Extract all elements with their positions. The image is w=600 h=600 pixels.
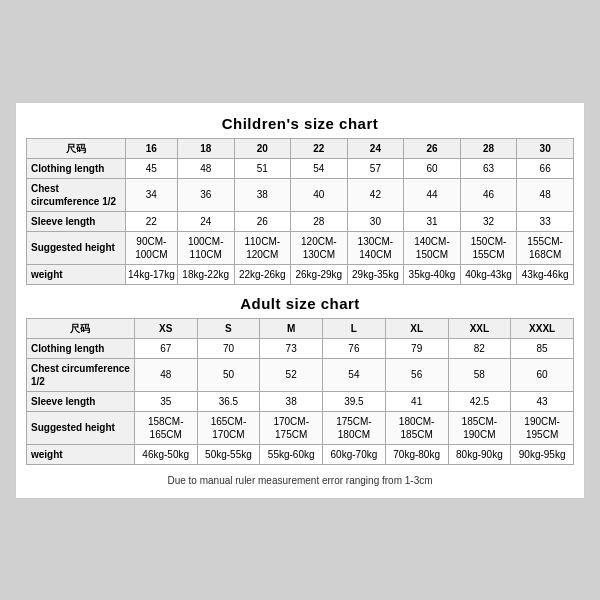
- col-header-size: 16: [125, 138, 177, 158]
- cell-value: 50kg-55kg: [197, 444, 260, 464]
- table-row: weight46kg-50kg50kg-55kg55kg-60kg60kg-70…: [27, 444, 574, 464]
- cell-value: 80kg-90kg: [448, 444, 511, 464]
- col-header-size: M: [260, 318, 323, 338]
- cell-value: 38: [260, 391, 323, 411]
- cell-value: 57: [347, 158, 404, 178]
- cell-value: 18kg-22kg: [177, 264, 234, 284]
- cell-value: 40kg-43kg: [460, 264, 517, 284]
- row-label: Chest circumference 1/2: [27, 358, 135, 391]
- cell-value: 170CM-175CM: [260, 411, 323, 444]
- table-row: Clothing length67707376798285: [27, 338, 574, 358]
- cell-value: 34: [125, 178, 177, 211]
- cell-value: 63: [460, 158, 517, 178]
- cell-value: 36.5: [197, 391, 260, 411]
- table-row: Chest circumference 1/23436384042444648: [27, 178, 574, 211]
- row-label: Chest circumference 1/2: [27, 178, 126, 211]
- cell-value: 140CM-150CM: [404, 231, 461, 264]
- cell-value: 73: [260, 338, 323, 358]
- cell-value: 45: [125, 158, 177, 178]
- cell-value: 60kg-70kg: [323, 444, 386, 464]
- col-header-size: XS: [134, 318, 197, 338]
- row-label: Clothing length: [27, 338, 135, 358]
- children-chart-title: Children's size chart: [26, 115, 574, 132]
- col-header-size: L: [323, 318, 386, 338]
- cell-value: 24: [177, 211, 234, 231]
- row-label: weight: [27, 444, 135, 464]
- cell-value: 130CM-140CM: [347, 231, 404, 264]
- cell-value: 56: [385, 358, 448, 391]
- cell-value: 66: [517, 158, 574, 178]
- cell-value: 46kg-50kg: [134, 444, 197, 464]
- cell-value: 150CM-155CM: [460, 231, 517, 264]
- col-header-size: 30: [517, 138, 574, 158]
- cell-value: 185CM-190CM: [448, 411, 511, 444]
- cell-value: 180CM-185CM: [385, 411, 448, 444]
- cell-value: 110CM-120CM: [234, 231, 291, 264]
- cell-value: 43: [511, 391, 574, 411]
- cell-value: 52: [260, 358, 323, 391]
- col-header-size: XL: [385, 318, 448, 338]
- cell-value: 79: [385, 338, 448, 358]
- cell-value: 14kg-17kg: [125, 264, 177, 284]
- cell-value: 35kg-40kg: [404, 264, 461, 284]
- row-label: Suggested height: [27, 231, 126, 264]
- cell-value: 90CM-100CM: [125, 231, 177, 264]
- cell-value: 90kg-95kg: [511, 444, 574, 464]
- cell-value: 55kg-60kg: [260, 444, 323, 464]
- cell-value: 43kg-46kg: [517, 264, 574, 284]
- cell-value: 100CM-110CM: [177, 231, 234, 264]
- cell-value: 22kg-26kg: [234, 264, 291, 284]
- cell-value: 158CM-165CM: [134, 411, 197, 444]
- adult-chart-title: Adult size chart: [26, 295, 574, 312]
- children-size-table: 尺码1618202224262830 Clothing length454851…: [26, 138, 574, 285]
- row-label: Sleeve length: [27, 211, 126, 231]
- cell-value: 54: [323, 358, 386, 391]
- measurement-note: Due to manual ruler measurement error ra…: [26, 475, 574, 486]
- cell-value: 41: [385, 391, 448, 411]
- col-header-size: 24: [347, 138, 404, 158]
- cell-value: 44: [404, 178, 461, 211]
- cell-value: 54: [291, 158, 348, 178]
- cell-value: 35: [134, 391, 197, 411]
- cell-value: 120CM-130CM: [291, 231, 348, 264]
- table-row: weight14kg-17kg18kg-22kg22kg-26kg26kg-29…: [27, 264, 574, 284]
- cell-value: 26kg-29kg: [291, 264, 348, 284]
- cell-value: 155CM-168CM: [517, 231, 574, 264]
- size-chart-card: Children's size chart 尺码1618202224262830…: [15, 102, 585, 499]
- cell-value: 48: [134, 358, 197, 391]
- cell-value: 48: [517, 178, 574, 211]
- cell-value: 82: [448, 338, 511, 358]
- row-label: Clothing length: [27, 158, 126, 178]
- cell-value: 85: [511, 338, 574, 358]
- cell-value: 40: [291, 178, 348, 211]
- cell-value: 42: [347, 178, 404, 211]
- cell-value: 26: [234, 211, 291, 231]
- cell-value: 28: [291, 211, 348, 231]
- col-header-size: 22: [291, 138, 348, 158]
- cell-value: 32: [460, 211, 517, 231]
- cell-value: 22: [125, 211, 177, 231]
- col-header-size: XXL: [448, 318, 511, 338]
- cell-value: 60: [404, 158, 461, 178]
- cell-value: 39.5: [323, 391, 386, 411]
- cell-value: 76: [323, 338, 386, 358]
- cell-value: 30: [347, 211, 404, 231]
- col-header-label: 尺码: [27, 318, 135, 338]
- table-row: Sleeve length2224262830313233: [27, 211, 574, 231]
- cell-value: 48: [177, 158, 234, 178]
- cell-value: 50: [197, 358, 260, 391]
- row-label: weight: [27, 264, 126, 284]
- adult-size-table: 尺码XSSMLXLXXLXXXL Clothing length67707376…: [26, 318, 574, 465]
- table-row: Sleeve length3536.53839.54142.543: [27, 391, 574, 411]
- col-header-size: 26: [404, 138, 461, 158]
- cell-value: 38: [234, 178, 291, 211]
- cell-value: 175CM-180CM: [323, 411, 386, 444]
- cell-value: 36: [177, 178, 234, 211]
- cell-value: 70kg-80kg: [385, 444, 448, 464]
- cell-value: 29kg-35kg: [347, 264, 404, 284]
- cell-value: 67: [134, 338, 197, 358]
- table-row: Suggested height158CM-165CM165CM-170CM17…: [27, 411, 574, 444]
- cell-value: 51: [234, 158, 291, 178]
- cell-value: 165CM-170CM: [197, 411, 260, 444]
- col-header-size: 28: [460, 138, 517, 158]
